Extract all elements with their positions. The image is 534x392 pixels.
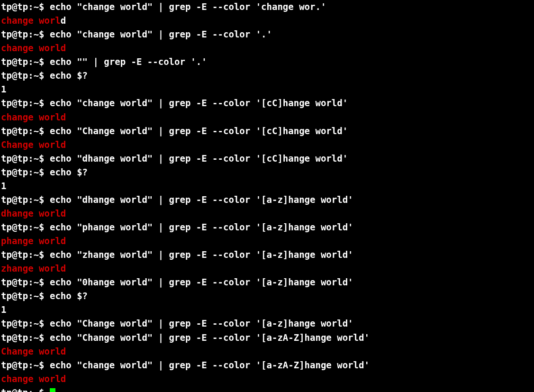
terminal[interactable]: tp@tp:~$ echo "change world" | grep -E -… xyxy=(0,0,534,392)
terminal-line: tp@tp:~$ echo "dhange world" | grep -E -… xyxy=(1,193,533,207)
output-text: d xyxy=(61,15,66,26)
terminal-line: tp@tp:~$ echo $? xyxy=(1,289,533,303)
command-text: echo "zhange world" | grep -E --color '[… xyxy=(50,249,353,260)
command-text: echo $? xyxy=(50,167,88,177)
prompt: tp@tp:~$ xyxy=(1,222,50,232)
terminal-line: tp@tp:~$ echo "change world" | grep -E -… xyxy=(1,0,533,14)
terminal-line: 1 xyxy=(1,179,533,193)
terminal-line: 1 xyxy=(1,82,533,96)
prompt: tp@tp:~$ xyxy=(1,98,50,108)
grep-match: dhange world xyxy=(1,208,66,219)
command-text: echo "dhange world" | grep -E --color '[… xyxy=(50,194,353,205)
terminal-line: change world xyxy=(1,14,533,27)
terminal-line: tp@tp:~$ echo $? xyxy=(1,165,533,179)
terminal-line: tp@tp:~$ echo "Change world" | grep -E -… xyxy=(1,124,533,138)
terminal-line: Change world xyxy=(1,138,533,152)
prompt: tp@tp:~$ xyxy=(1,332,50,343)
prompt: tp@tp:~$ xyxy=(1,70,50,81)
grep-match: phange world xyxy=(1,236,66,246)
terminal-line: zhange world xyxy=(1,262,533,275)
prompt: tp@tp:~$ xyxy=(1,387,50,392)
command-text: echo "phange world" | grep -E --color '[… xyxy=(50,222,353,232)
command-text: echo $? xyxy=(50,291,88,301)
prompt: tp@tp:~$ xyxy=(1,29,50,39)
prompt: tp@tp:~$ xyxy=(1,126,50,136)
terminal-line: change world xyxy=(1,372,533,386)
prompt: tp@tp:~$ xyxy=(1,153,50,164)
terminal-line: tp@tp:~$ echo "" | grep -E --color '.' xyxy=(1,55,533,69)
grep-match: Change world xyxy=(1,139,66,150)
command-text: echo "0hange world" | grep -E --color '[… xyxy=(50,277,353,287)
terminal-line: Change world xyxy=(1,345,533,358)
terminal-line: tp@tp:~$ echo "change world" | grep -E -… xyxy=(1,358,533,372)
command-text: echo "dhange world" | grep -E --color '[… xyxy=(50,153,348,164)
command-text: echo "Change world" | grep -E --color '[… xyxy=(50,332,370,343)
terminal-line: change world xyxy=(1,41,533,55)
output-text: 1 xyxy=(1,84,6,94)
prompt: tp@tp:~$ xyxy=(1,56,50,67)
grep-match: change world xyxy=(1,374,66,384)
command-text: echo "" | grep -E --color '.' xyxy=(50,56,207,67)
grep-match: Change world xyxy=(1,346,66,356)
output-text: 1 xyxy=(1,304,6,315)
terminal-line: 1 xyxy=(1,303,533,317)
terminal-line: tp@tp:~$ echo "change world" | grep -E -… xyxy=(1,96,533,110)
prompt: tp@tp:~$ xyxy=(1,360,50,370)
prompt: tp@tp:~$ xyxy=(1,291,50,301)
cursor[interactable] xyxy=(50,388,55,392)
command-text: echo "Change world" | grep -E --color '[… xyxy=(50,126,348,136)
terminal-line: tp@tp:~$ echo "dhange world" | grep -E -… xyxy=(1,152,533,165)
terminal-line: phange world xyxy=(1,234,533,248)
prompt: tp@tp:~$ xyxy=(1,194,50,205)
command-text: echo "Change world" | grep -E --color '[… xyxy=(50,318,353,328)
terminal-line: change world xyxy=(1,110,533,124)
grep-match: change worl xyxy=(1,15,61,26)
command-text: echo "change world" | grep -E --color 'c… xyxy=(50,1,326,12)
command-text: echo "change world" | grep -E --color '[… xyxy=(50,98,348,108)
prompt: tp@tp:~$ xyxy=(1,277,50,287)
terminal-line: tp@tp:~$ echo $? xyxy=(1,69,533,82)
terminal-line: tp@tp:~$ echo "Change world" | grep -E -… xyxy=(1,331,533,345)
terminal-line: tp@tp:~$ echo "zhange world" | grep -E -… xyxy=(1,248,533,262)
terminal-line: tp@tp:~$ echo "0hange world" | grep -E -… xyxy=(1,275,533,289)
terminal-line: tp@tp:~$ echo "change world" | grep -E -… xyxy=(1,27,533,41)
command-text: echo "change world" | grep -E --color '[… xyxy=(50,360,370,370)
terminal-line: dhange world xyxy=(1,207,533,220)
terminal-line: tp@tp:~$ echo "phange world" | grep -E -… xyxy=(1,220,533,234)
terminal-line: tp@tp:~$ echo "Change world" | grep -E -… xyxy=(1,317,533,330)
prompt: tp@tp:~$ xyxy=(1,1,50,12)
prompt: tp@tp:~$ xyxy=(1,167,50,177)
command-text: echo $? xyxy=(50,70,88,81)
terminal-line: tp@tp:~$ xyxy=(1,386,533,392)
grep-match: zhange world xyxy=(1,263,66,273)
prompt: tp@tp:~$ xyxy=(1,318,50,328)
grep-match: change world xyxy=(1,43,66,53)
command-text: echo "change world" | grep -E --color '.… xyxy=(50,29,272,39)
grep-match: change world xyxy=(1,112,66,122)
output-text: 1 xyxy=(1,181,6,191)
prompt: tp@tp:~$ xyxy=(1,249,50,260)
